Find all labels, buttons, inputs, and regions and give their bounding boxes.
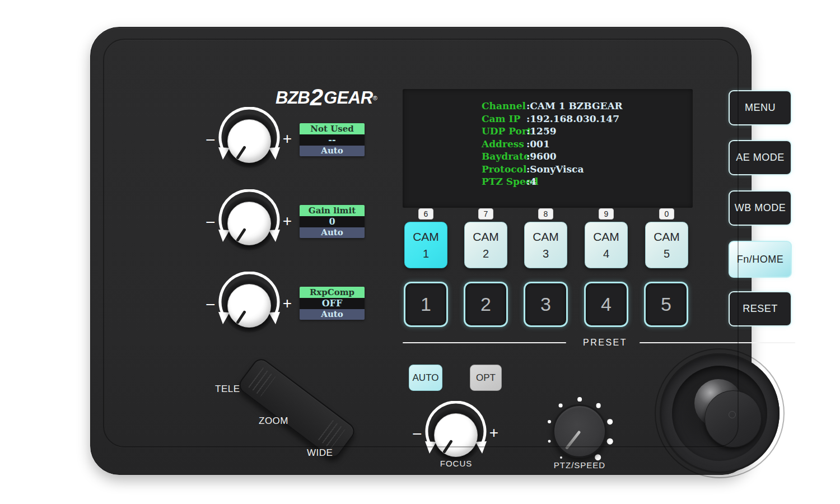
cam-button-text: CAM xyxy=(654,230,680,244)
lcd-label: PTZ Speed xyxy=(482,175,526,188)
adjust-knob-3: − + xyxy=(204,269,294,342)
joystick-cap[interactable] xyxy=(704,390,762,447)
lcd-value: :CAM 1 BZBGEAR xyxy=(526,100,623,111)
plus-label: + xyxy=(283,212,292,230)
status-panel-gain-limit: Gain limit 0 Auto xyxy=(300,205,365,238)
lcd-label: Protocol xyxy=(482,163,526,176)
grip-lines-icon xyxy=(318,420,346,449)
cam-3-button[interactable]: CAM 3 xyxy=(524,222,567,268)
plus-label: + xyxy=(283,295,292,312)
lcd-value: :192.168.030.147 xyxy=(526,113,619,124)
cam-button-text: CAM xyxy=(413,230,439,244)
preset-2-button[interactable]: 2 xyxy=(464,282,508,327)
cam-button-text: CAM xyxy=(473,230,499,244)
brand-logo-suffix: GEAR xyxy=(324,88,373,108)
wide-label: WIDE xyxy=(307,447,333,459)
minus-label: − xyxy=(206,130,216,150)
zoom-label: ZOOM xyxy=(259,416,288,427)
ptz-speed-knob[interactable] xyxy=(553,404,606,458)
lcd-label: Cam IP xyxy=(482,113,526,125)
preset-1-button[interactable]: 1 xyxy=(404,282,448,327)
cam-button-number: 1 xyxy=(423,248,429,260)
panel-title: Gain limit xyxy=(300,205,365,216)
lcd-value: :9600 xyxy=(526,151,557,162)
knob-gain-limit[interactable] xyxy=(227,202,271,245)
zoom-rocker[interactable] xyxy=(236,356,358,461)
controller-panel: BZB2GEAR® − + − + − + N xyxy=(90,27,752,475)
divider-line xyxy=(403,342,566,344)
ptz-speed-label: PTZ/SPEED xyxy=(549,460,610,470)
wb-mode-button[interactable]: WB MODE xyxy=(729,190,792,226)
lcd-row: Address:001 xyxy=(482,138,693,151)
panel-mode: Auto xyxy=(300,227,365,238)
cam-shortcut-tag: 9 xyxy=(599,208,614,220)
plus-label: + xyxy=(489,424,498,442)
lcd-label: Baydrate xyxy=(482,150,526,163)
panel-mode: Auto xyxy=(300,146,365,156)
opt-button[interactable]: OPT xyxy=(470,365,502,391)
preset-divider: PRESET xyxy=(403,338,795,348)
reset-button[interactable]: RESET xyxy=(729,291,792,326)
cam-5-button[interactable]: CAM 5 xyxy=(645,222,688,268)
preset-3-button[interactable]: 3 xyxy=(524,282,568,327)
minus-label: − xyxy=(412,424,422,444)
lcd-label: Channel xyxy=(482,100,526,113)
cam-button-number: 3 xyxy=(543,248,549,260)
cam-button-number: 2 xyxy=(483,248,489,260)
cam-shortcut-tag: 7 xyxy=(478,208,493,220)
cam-shortcut-tag: 0 xyxy=(659,208,674,220)
focus-label: FOCUS xyxy=(430,459,483,468)
lcd-row: Baydrate:9600 xyxy=(482,150,693,163)
plus-label: + xyxy=(283,130,292,148)
panel-mode: Auto xyxy=(300,309,365,320)
lcd-row: Protocol:SonyVisca xyxy=(482,163,693,176)
panel-value: -- xyxy=(300,134,365,146)
minus-label: − xyxy=(206,295,216,314)
cam-2-button[interactable]: CAM 2 xyxy=(464,222,507,268)
grip-lines-icon xyxy=(248,367,276,396)
preset-4-button[interactable]: 4 xyxy=(584,282,628,327)
lcd-row: Cam IP:192.168.030.147 xyxy=(482,113,693,125)
panel-title: Not Used xyxy=(300,123,365,134)
panel-value: OFF xyxy=(300,298,365,309)
cam-button-number: 4 xyxy=(603,248,609,260)
cam-button-text: CAM xyxy=(593,230,619,244)
knob-rxpcomp[interactable] xyxy=(227,284,271,328)
fn-home-button[interactable]: Fn/HOME xyxy=(729,241,792,278)
tele-label: TELE xyxy=(215,384,240,395)
auto-button[interactable]: AUTO xyxy=(409,365,442,391)
divider-line xyxy=(640,342,795,344)
lcd-row: Channel:CAM 1 BZBGEAR xyxy=(482,100,693,113)
lcd-value: :1259 xyxy=(526,125,557,137)
joystick[interactable] xyxy=(660,353,780,473)
joystick-cap-icon xyxy=(729,411,736,418)
panel-value: 0 xyxy=(300,216,365,227)
knob-pointer xyxy=(565,430,581,450)
cam-button-number: 5 xyxy=(664,248,670,260)
panel-title: RxpComp xyxy=(300,287,365,298)
preset-5-button[interactable]: 5 xyxy=(644,282,688,327)
lcd-value: :4 xyxy=(526,176,536,187)
registered-mark: ® xyxy=(373,95,377,101)
cam-shortcut-tag: 6 xyxy=(418,208,433,220)
lcd-label: UDP Port xyxy=(482,125,526,138)
knob-not-used[interactable] xyxy=(227,119,271,163)
lcd-value: :SonyVisca xyxy=(526,164,584,175)
cam-button-text: CAM xyxy=(533,230,559,244)
lcd-row: UDP Port:1259 xyxy=(482,125,693,138)
adjust-knob-1: − + xyxy=(204,105,294,178)
ae-mode-button[interactable]: AE MODE xyxy=(729,140,792,175)
lcd-row: PTZ Speed:4 xyxy=(482,175,693,188)
menu-button[interactable]: MENU xyxy=(729,90,792,125)
lcd-value: :001 xyxy=(526,138,550,150)
cam-1-button[interactable]: CAM 1 xyxy=(404,222,447,268)
focus-knob[interactable] xyxy=(434,413,478,457)
brand-logo-digit: 2 xyxy=(310,84,323,110)
status-panel-not-used: Not Used -- Auto xyxy=(300,123,365,156)
adjust-knob-2: − + xyxy=(204,187,294,260)
preset-section-label: PRESET xyxy=(583,338,627,348)
lcd-display: Channel:CAM 1 BZBGEAR Cam IP:192.168.030… xyxy=(403,89,693,208)
status-panel-rxpcomp: RxpComp OFF Auto xyxy=(300,287,365,320)
minus-label: − xyxy=(206,213,216,232)
cam-4-button[interactable]: CAM 4 xyxy=(585,222,628,268)
